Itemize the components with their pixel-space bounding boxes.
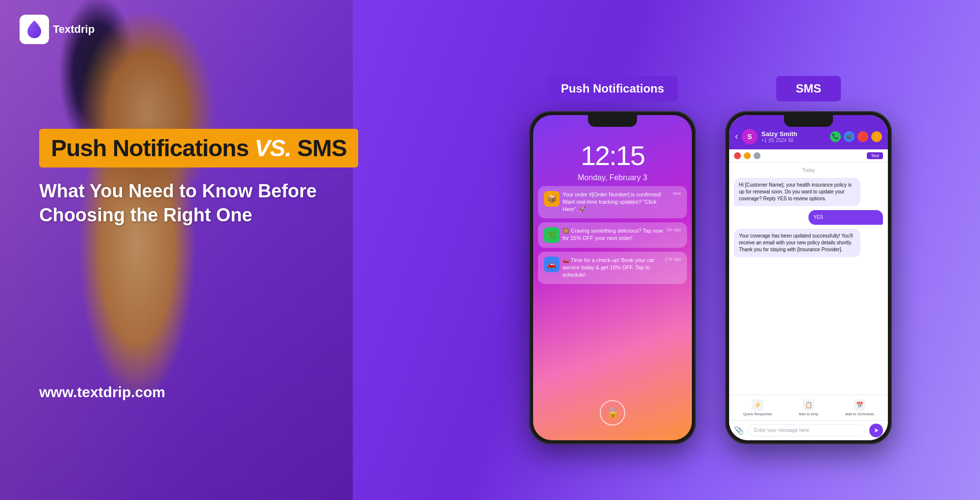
sms-contact-number: +1 (0) 2524 50 xyxy=(761,138,826,143)
send-button[interactable]: ➤ xyxy=(869,424,883,437)
sms-message-1: Hi [Customer Name], your health insuranc… xyxy=(734,178,860,206)
sms-message-3: Your coverage has been updated successfu… xyxy=(734,229,860,257)
sms-message-2: YES xyxy=(808,210,883,225)
sms-phone-frame: ‹ S Saizy Smith +1 (0) 2524 50 📞 📹 🚫 ⋮ xyxy=(725,111,892,444)
sms-actions: ⚡ Quick Response 📋 Add to Drip 📅 Add to … xyxy=(729,395,888,420)
sms-screen-bg: ‹ S Saizy Smith +1 (0) 2524 50 📞 📹 🚫 ⋮ xyxy=(729,115,888,440)
quick-response-btn[interactable]: ⚡ Quick Response xyxy=(733,399,782,416)
sms-avatar: S xyxy=(742,129,758,144)
push-label: Push Notifications xyxy=(547,76,678,101)
headline-wrapper: Push Notifications VS. SMS What You Need… xyxy=(39,129,402,247)
add-schedule-btn[interactable]: 📅 Add to Schedule xyxy=(835,399,884,416)
lock-icon: 🔒 xyxy=(600,400,625,426)
sms-input-bar: 📎 Enter your message here ➤ xyxy=(729,420,888,440)
notif-time-1: now xyxy=(673,191,681,196)
video-icon[interactable]: 📹 xyxy=(844,131,855,142)
phones-area: Push Notifications 12:15 Monday, Februar… xyxy=(441,0,980,500)
add-drip-icon: 📋 xyxy=(803,399,814,411)
notif-text-2: 🥘 Craving something delicious? Tap now f… xyxy=(563,227,663,242)
notification-card-3: 🚗 🚗 Time for a check-up! Book your car s… xyxy=(538,252,687,284)
sms-phone-screen: ‹ S Saizy Smith +1 (0) 2524 50 📞 📹 🚫 ⋮ xyxy=(729,115,888,440)
notification-card-1: 📦 Your order #[Order Number] is confirme… xyxy=(538,186,687,218)
block-icon[interactable]: 🚫 xyxy=(858,131,868,142)
vs-text: VS. xyxy=(255,135,291,161)
lock-screen-bg: 12:15 Monday, February 3 📦 Your order #[… xyxy=(533,115,692,440)
subheadline: What You Need to Know Before Choosing th… xyxy=(39,179,402,228)
add-schedule-label: Add to Schedule xyxy=(845,412,874,416)
add-drip-btn[interactable]: 📋 Add to Drip xyxy=(784,399,833,416)
sms-contact-name: Saizy Smith xyxy=(761,130,826,138)
sms-notch xyxy=(784,115,833,127)
lock-date: Monday, February 3 xyxy=(533,173,692,182)
dot-gray xyxy=(754,152,760,159)
dot-red xyxy=(734,152,741,159)
notif-time-2: 1hr ago xyxy=(666,227,681,232)
add-drip-label: Add to Drip xyxy=(799,412,818,416)
notif-row-1: 📦 Your order #[Order Number] is confirme… xyxy=(544,191,681,214)
content-area: Push Notifications VS. SMS What You Need… xyxy=(29,0,402,500)
notif-message-2: 🥘 Craving something delicious? Tap now f… xyxy=(563,227,663,242)
notif-message-1: Your order #[Order Number] is confirmed!… xyxy=(563,191,670,214)
dot-orange xyxy=(744,152,751,159)
phone-call-icon[interactable]: 📞 xyxy=(830,131,841,142)
notif-time-3: 2 hr ago xyxy=(665,257,681,262)
notif-row-2: 🌿 🥘 Craving something delicious? Tap now… xyxy=(544,227,681,243)
sms-phone-container: SMS ‹ S Saizy Smith +1 (0) 2524 50 📞 xyxy=(725,76,892,444)
back-icon[interactable]: ‹ xyxy=(735,131,738,142)
notif-text-3: 🚗 Time for a check-up! Book your car ser… xyxy=(563,257,662,279)
push-phone-container: Push Notifications 12:15 Monday, Februar… xyxy=(529,76,696,444)
sms-label: SMS xyxy=(776,76,841,101)
sms-contact-info: Saizy Smith +1 (0) 2524 50 xyxy=(761,130,826,143)
sms-header-icons: 📞 📹 🚫 ⋮ xyxy=(830,131,882,142)
today-label: Today xyxy=(734,167,883,173)
notification-card-2: 🌿 🥘 Craving something delicious? Tap now… xyxy=(538,222,687,248)
notif-text-1: Your order #[Order Number] is confirmed!… xyxy=(563,191,670,214)
logo-area: Textdrip xyxy=(20,15,95,44)
headline-box: Push Notifications VS. SMS xyxy=(39,129,358,167)
sms-input-field[interactable]: Enter your message here xyxy=(748,424,865,436)
notif-icon-food: 🌿 xyxy=(544,227,560,243)
website-url: www.textdrip.com xyxy=(39,384,402,401)
add-schedule-icon: 📅 xyxy=(854,399,865,411)
notif-icon-car: 🚗 xyxy=(544,257,560,272)
logo-box xyxy=(20,15,49,44)
push-phone-frame: 12:15 Monday, February 3 📦 Your order #[… xyxy=(529,111,696,444)
notif-icon-order: 📦 xyxy=(544,191,560,207)
logo-icon xyxy=(26,20,42,39)
sms-messages: Today Hi [Customer Name], your health in… xyxy=(729,163,888,395)
sms-tab-bar: Test xyxy=(729,149,888,163)
more-icon[interactable]: ⋮ xyxy=(871,131,882,142)
notif-message-3: 🚗 Time for a check-up! Book your car ser… xyxy=(563,257,662,279)
test-button[interactable]: Test xyxy=(867,152,883,159)
attach-icon[interactable]: 📎 xyxy=(734,426,744,435)
push-phone-screen: 12:15 Monday, February 3 📦 Your order #[… xyxy=(533,115,692,440)
quick-response-icon: ⚡ xyxy=(752,399,763,411)
lock-notch xyxy=(588,115,637,127)
logo-text: Textdrip xyxy=(53,23,95,36)
headline-main: Push Notifications VS. SMS xyxy=(51,135,346,161)
quick-response-label: Quick Response xyxy=(743,412,772,416)
notif-row-3: 🚗 🚗 Time for a check-up! Book your car s… xyxy=(544,257,681,279)
